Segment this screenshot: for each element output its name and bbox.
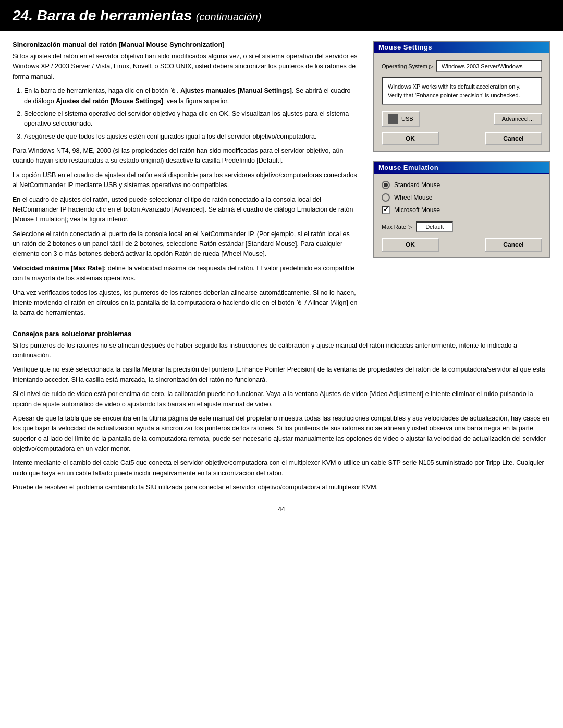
usb-button[interactable]: USB [382,111,420,127]
para-1: Si los ajustes del ratón en el servidor … [13,52,359,82]
para-5: Seleccione el ratón conectado al puerto … [13,229,359,260]
mouse-emulation-dialog: Mouse Emulation Standard Mouse Wheel Mou… [373,161,550,258]
standard-mouse-label: Standard Mouse [394,181,440,189]
mouse-info-box: Windows XP works with its default accele… [382,77,542,105]
mouse-emulation-body: Standard Mouse Wheel Mouse Microsoft Mou… [374,174,549,257]
mouse-emulation-titlebar: Mouse Emulation [374,162,549,174]
para-3: La opción USB en el cuadro de ajustes de… [13,170,359,191]
wheel-mouse-label: Wheel Mouse [394,194,432,201]
mouse-settings-dialog: Mouse Settings Operating System ▷ Window… [373,41,550,152]
para-6-bold: Velocidad máxima [Max Rate]: [13,265,106,272]
left-column: Sincronización manual del ratón [Manual … [13,41,359,323]
main-content: Sincronización manual del ratón [Manual … [0,41,563,323]
para-2: Para Windows NT4, 98, ME, 2000 (si las p… [13,146,359,166]
page-subtitle: (continuación) [196,11,262,22]
mouse-settings-cancel[interactable]: Cancel [485,132,542,145]
tip-2: Si el nivel de ruido de video está por e… [13,389,550,410]
microsoft-mouse-checkbox[interactable] [382,206,390,214]
os-row: Operating System ▷ Windows 2003 Server/W… [382,60,542,72]
maxrate-row: Max Rate ▷ Default [382,221,542,232]
step-2: Seleccione el sistema operativo del serv… [24,109,359,129]
page-header: 24. Barra de herramientas (continuación) [0,0,563,31]
mouse-settings-title: Mouse Settings [378,43,432,51]
usb-icon [388,114,398,124]
maxrate-value[interactable]: Default [416,221,453,232]
step-3: Asegúrese de que todos los ajustes estén… [24,132,359,142]
standard-mouse-radio[interactable] [382,181,390,189]
microsoft-mouse-option[interactable]: Microsoft Mouse [382,206,542,214]
mouse-settings-buttons: OK Cancel [382,132,542,145]
usb-advanced-row: USB Advanced ... [382,111,542,127]
para-4: En el cuadro de ajustes del ratón, usted… [13,195,359,225]
wheel-mouse-radio[interactable] [382,193,390,202]
mouse-type-group: Standard Mouse Wheel Mouse Microsoft Mou… [382,181,542,214]
page-title: 24. Barra de herramientas (continuación) [13,7,550,24]
para-6: Velocidad máxima [Max Rate]: define la v… [13,264,359,284]
tip-3: A pesar de que la tabla que se encuentra… [13,414,550,454]
standard-mouse-option[interactable]: Standard Mouse [382,181,542,189]
mouse-emulation-buttons: OK Cancel [382,238,542,252]
tip-0: Si los punteros de los ratones no se ali… [13,341,550,361]
usb-label: USB [401,116,413,122]
section1-title: Sincronización manual del ratón [Manual … [13,41,359,48]
advanced-button[interactable]: Advanced ... [494,113,542,125]
microsoft-mouse-label: Microsoft Mouse [394,206,440,214]
steps-list: En la barra de herramientas, haga clic e… [13,86,359,142]
wheel-mouse-option[interactable]: Wheel Mouse [382,193,542,202]
tip-1: Verifique que no esté seleccionada la ca… [13,365,550,385]
os-label: Operating System ▷ [382,63,433,70]
mouse-emulation-title: Mouse Emulation [378,164,438,171]
section2-title: Consejos para solucionar problemas [13,330,550,338]
step-1: En la barra de herramientas, haga clic e… [24,86,359,106]
bottom-section: Consejos para solucionar problemas Si lo… [0,330,563,493]
mouse-emulation-ok[interactable]: OK [382,238,439,252]
os-value[interactable]: Windows 2003 Server/Windows [436,60,542,72]
tip-4: Intente mediante el cambio del cable Cat… [13,458,550,478]
tip-5: Pruebe de resolver el problema cambiando… [13,483,550,492]
maxrate-label: Max Rate ▷ [382,224,412,230]
mouse-settings-body: Operating System ▷ Windows 2003 Server/W… [374,53,549,151]
mouse-settings-ok[interactable]: OK [382,132,439,145]
page-number: 44 [0,497,563,517]
mouse-settings-titlebar: Mouse Settings [374,42,549,53]
mouse-emulation-cancel[interactable]: Cancel [485,238,542,252]
right-column: Mouse Settings Operating System ▷ Window… [373,41,550,323]
para-7: Una vez verificados todos los ajustes, l… [13,288,359,318]
